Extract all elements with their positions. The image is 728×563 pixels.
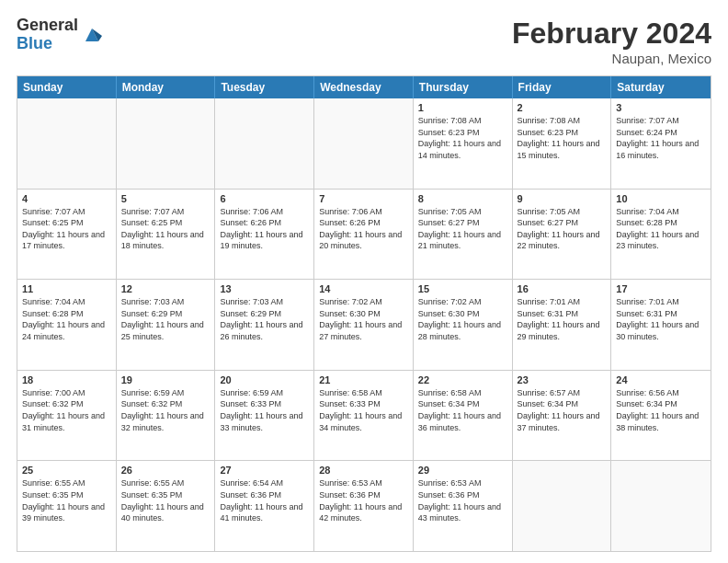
day-info-12: Sunrise: 7:03 AM Sunset: 6:29 PM Dayligh… bbox=[121, 296, 210, 342]
title-block: February 2024 Naupan, Mexico bbox=[512, 17, 711, 66]
logo-general: General bbox=[17, 17, 78, 35]
logo: General Blue bbox=[17, 17, 102, 53]
week-5: 25Sunrise: 6:55 AM Sunset: 6:35 PM Dayli… bbox=[17, 461, 711, 551]
day-info-2: Sunrise: 7:08 AM Sunset: 6:23 PM Dayligh… bbox=[518, 115, 607, 161]
day-info-20: Sunrise: 6:59 AM Sunset: 6:33 PM Dayligh… bbox=[220, 387, 309, 433]
day-27: 27Sunrise: 6:54 AM Sunset: 6:36 PM Dayli… bbox=[215, 461, 314, 551]
week-1: 1Sunrise: 7:08 AM Sunset: 6:23 PM Daylig… bbox=[17, 98, 711, 190]
day-number-27: 27 bbox=[220, 465, 309, 476]
day-number-14: 14 bbox=[319, 283, 408, 294]
header: General Blue February 2024 Naupan, Mexic… bbox=[17, 17, 711, 66]
day-2: 2Sunrise: 7:08 AM Sunset: 6:23 PM Daylig… bbox=[513, 98, 612, 189]
day-info-11: Sunrise: 7:04 AM Sunset: 6:28 PM Dayligh… bbox=[22, 296, 111, 342]
day-number-10: 10 bbox=[616, 193, 706, 204]
day-28: 28Sunrise: 6:53 AM Sunset: 6:36 PM Dayli… bbox=[314, 461, 414, 551]
day-18: 18Sunrise: 7:00 AM Sunset: 6:32 PM Dayli… bbox=[17, 371, 117, 461]
empty-cell-0-0 bbox=[17, 98, 117, 189]
logo-icon bbox=[82, 25, 102, 45]
day-info-15: Sunrise: 7:02 AM Sunset: 6:30 PM Dayligh… bbox=[418, 296, 507, 342]
day-15: 15Sunrise: 7:02 AM Sunset: 6:30 PM Dayli… bbox=[414, 280, 513, 370]
week-3: 11Sunrise: 7:04 AM Sunset: 6:28 PM Dayli… bbox=[17, 280, 711, 371]
day-info-4: Sunrise: 7:07 AM Sunset: 6:25 PM Dayligh… bbox=[22, 206, 111, 252]
empty-cell-4-6 bbox=[611, 461, 711, 551]
day-number-26: 26 bbox=[121, 465, 210, 476]
calendar: Sunday Monday Tuesday Wednesday Thursday… bbox=[17, 75, 711, 552]
day-info-14: Sunrise: 7:02 AM Sunset: 6:30 PM Dayligh… bbox=[319, 296, 408, 342]
day-1: 1Sunrise: 7:08 AM Sunset: 6:23 PM Daylig… bbox=[414, 98, 513, 189]
empty-cell-0-2 bbox=[215, 98, 314, 189]
day-21: 21Sunrise: 6:58 AM Sunset: 6:33 PM Dayli… bbox=[314, 371, 414, 461]
day-info-16: Sunrise: 7:01 AM Sunset: 6:31 PM Dayligh… bbox=[518, 296, 607, 342]
day-info-10: Sunrise: 7:04 AM Sunset: 6:28 PM Dayligh… bbox=[616, 206, 706, 252]
day-number-24: 24 bbox=[616, 374, 706, 385]
day-number-29: 29 bbox=[418, 465, 507, 476]
header-monday: Monday bbox=[117, 76, 216, 98]
header-wednesday: Wednesday bbox=[314, 76, 414, 98]
day-number-17: 17 bbox=[616, 283, 706, 294]
day-24: 24Sunrise: 6:56 AM Sunset: 6:34 PM Dayli… bbox=[611, 371, 711, 461]
page: General Blue February 2024 Naupan, Mexic… bbox=[0, 0, 728, 563]
header-tuesday: Tuesday bbox=[215, 76, 314, 98]
day-16: 16Sunrise: 7:01 AM Sunset: 6:31 PM Dayli… bbox=[513, 280, 612, 370]
day-info-13: Sunrise: 7:03 AM Sunset: 6:29 PM Dayligh… bbox=[220, 296, 309, 342]
day-number-7: 7 bbox=[319, 193, 408, 204]
title-month: February 2024 bbox=[512, 17, 711, 51]
day-info-7: Sunrise: 7:06 AM Sunset: 6:26 PM Dayligh… bbox=[319, 206, 408, 252]
day-number-23: 23 bbox=[518, 374, 607, 385]
day-info-24: Sunrise: 6:56 AM Sunset: 6:34 PM Dayligh… bbox=[616, 387, 706, 433]
day-number-12: 12 bbox=[121, 283, 210, 294]
calendar-body: 1Sunrise: 7:08 AM Sunset: 6:23 PM Daylig… bbox=[17, 98, 711, 551]
week-2: 4Sunrise: 7:07 AM Sunset: 6:25 PM Daylig… bbox=[17, 190, 711, 281]
day-info-29: Sunrise: 6:53 AM Sunset: 6:36 PM Dayligh… bbox=[418, 477, 507, 523]
day-9: 9Sunrise: 7:05 AM Sunset: 6:27 PM Daylig… bbox=[513, 190, 612, 280]
day-info-5: Sunrise: 7:07 AM Sunset: 6:25 PM Dayligh… bbox=[121, 206, 210, 252]
day-info-26: Sunrise: 6:55 AM Sunset: 6:35 PM Dayligh… bbox=[121, 477, 210, 523]
day-14: 14Sunrise: 7:02 AM Sunset: 6:30 PM Dayli… bbox=[314, 280, 414, 370]
day-number-18: 18 bbox=[22, 374, 111, 385]
day-info-21: Sunrise: 6:58 AM Sunset: 6:33 PM Dayligh… bbox=[319, 387, 408, 433]
day-info-19: Sunrise: 6:59 AM Sunset: 6:32 PM Dayligh… bbox=[121, 387, 210, 433]
day-20: 20Sunrise: 6:59 AM Sunset: 6:33 PM Dayli… bbox=[215, 371, 314, 461]
day-8: 8Sunrise: 7:05 AM Sunset: 6:27 PM Daylig… bbox=[414, 190, 513, 280]
day-info-1: Sunrise: 7:08 AM Sunset: 6:23 PM Dayligh… bbox=[418, 115, 507, 161]
day-11: 11Sunrise: 7:04 AM Sunset: 6:28 PM Dayli… bbox=[17, 280, 117, 370]
day-info-8: Sunrise: 7:05 AM Sunset: 6:27 PM Dayligh… bbox=[418, 206, 507, 252]
day-number-5: 5 bbox=[121, 193, 210, 204]
day-info-27: Sunrise: 6:54 AM Sunset: 6:36 PM Dayligh… bbox=[220, 477, 309, 523]
day-29: 29Sunrise: 6:53 AM Sunset: 6:36 PM Dayli… bbox=[414, 461, 513, 551]
day-12: 12Sunrise: 7:03 AM Sunset: 6:29 PM Dayli… bbox=[117, 280, 216, 370]
title-location: Naupan, Mexico bbox=[512, 51, 711, 66]
day-6: 6Sunrise: 7:06 AM Sunset: 6:26 PM Daylig… bbox=[215, 190, 314, 280]
day-number-21: 21 bbox=[319, 374, 408, 385]
day-info-17: Sunrise: 7:01 AM Sunset: 6:31 PM Dayligh… bbox=[616, 296, 706, 342]
day-number-15: 15 bbox=[418, 283, 507, 294]
day-number-16: 16 bbox=[518, 283, 607, 294]
day-13: 13Sunrise: 7:03 AM Sunset: 6:29 PM Dayli… bbox=[215, 280, 314, 370]
day-25: 25Sunrise: 6:55 AM Sunset: 6:35 PM Dayli… bbox=[17, 461, 117, 551]
empty-cell-0-1 bbox=[117, 98, 216, 189]
day-number-19: 19 bbox=[121, 374, 210, 385]
calendar-header: Sunday Monday Tuesday Wednesday Thursday… bbox=[17, 76, 711, 98]
day-info-9: Sunrise: 7:05 AM Sunset: 6:27 PM Dayligh… bbox=[518, 206, 607, 252]
day-number-28: 28 bbox=[319, 465, 408, 476]
day-number-20: 20 bbox=[220, 374, 309, 385]
day-number-9: 9 bbox=[518, 193, 607, 204]
week-4: 18Sunrise: 7:00 AM Sunset: 6:32 PM Dayli… bbox=[17, 371, 711, 462]
day-info-18: Sunrise: 7:00 AM Sunset: 6:32 PM Dayligh… bbox=[22, 387, 111, 433]
header-thursday: Thursday bbox=[414, 76, 513, 98]
empty-cell-4-5 bbox=[513, 461, 612, 551]
day-number-2: 2 bbox=[518, 102, 607, 113]
day-info-25: Sunrise: 6:55 AM Sunset: 6:35 PM Dayligh… bbox=[22, 477, 111, 523]
day-number-6: 6 bbox=[220, 193, 309, 204]
day-number-22: 22 bbox=[418, 374, 507, 385]
header-saturday: Saturday bbox=[611, 76, 711, 98]
day-3: 3Sunrise: 7:07 AM Sunset: 6:24 PM Daylig… bbox=[611, 98, 711, 189]
header-sunday: Sunday bbox=[17, 76, 117, 98]
day-10: 10Sunrise: 7:04 AM Sunset: 6:28 PM Dayli… bbox=[611, 190, 711, 280]
day-22: 22Sunrise: 6:58 AM Sunset: 6:34 PM Dayli… bbox=[414, 371, 513, 461]
day-info-23: Sunrise: 6:57 AM Sunset: 6:34 PM Dayligh… bbox=[518, 387, 607, 433]
day-number-8: 8 bbox=[418, 193, 507, 204]
logo-blue: Blue bbox=[17, 35, 78, 53]
day-info-22: Sunrise: 6:58 AM Sunset: 6:34 PM Dayligh… bbox=[418, 387, 507, 433]
day-info-3: Sunrise: 7:07 AM Sunset: 6:24 PM Dayligh… bbox=[616, 115, 706, 161]
